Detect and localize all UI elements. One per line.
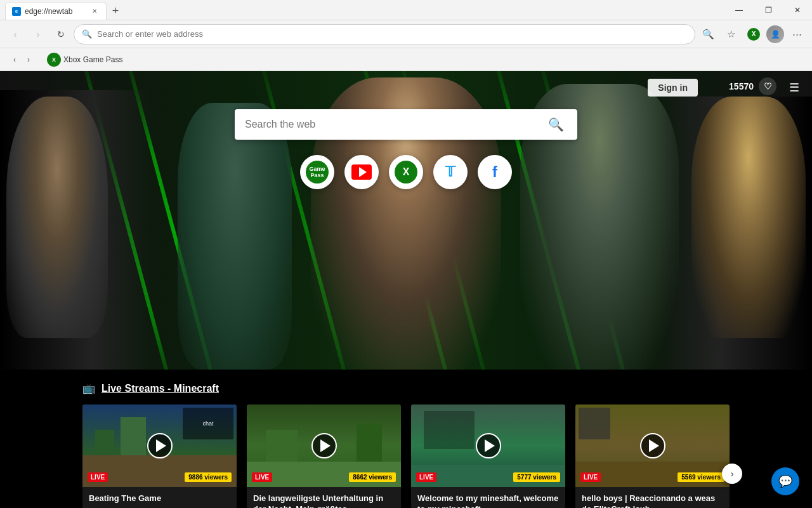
stream-info-3: hello boys | Reaccionando a weas de Elit…: [575, 487, 730, 508]
section-header: 📺 Live Streams - Minecraft: [82, 382, 730, 394]
stream-thumb-1: LIVE 8662 viewers: [247, 404, 401, 487]
quick-link-youtube[interactable]: [344, 155, 379, 189]
play-icon-2: [485, 439, 495, 452]
streams-next-button[interactable]: ›: [722, 464, 742, 484]
minimize-button[interactable]: —: [724, 0, 754, 20]
quick-link-facebook[interactable]: f: [478, 155, 512, 189]
play-button-2[interactable]: [476, 433, 501, 458]
favorites-bar: ‹ › X Xbox Game Pass: [0, 48, 812, 71]
quick-link-xbox[interactable]: X: [389, 155, 423, 189]
search-container: 🔍: [235, 109, 577, 140]
search-button[interactable]: 🔍: [544, 113, 567, 136]
gamepass-favicon: X: [47, 53, 61, 67]
chat-bubble-button[interactable]: 💬: [771, 467, 799, 495]
live-badge-1: LIVE: [252, 472, 272, 482]
stream-thumb-3: LIVE 5569 viewers: [575, 404, 730, 487]
favorites-prev-btn[interactable]: ‹: [8, 53, 22, 67]
stream-card-1[interactable]: LIVE 8662 viewers Die langweiligste Unte…: [247, 404, 401, 508]
tab-favicon: e: [12, 7, 21, 16]
quick-links: Game Pass X 𝕋 f: [300, 155, 512, 189]
tab-area: e edge://newtab ✕ +: [5, 0, 724, 20]
streams-grid: chat LIVE 9886 viewers Beating The Game …: [82, 404, 730, 508]
stream-title-1: Die langweiligste Unterhaltung in der Na…: [253, 493, 395, 508]
xbox-logo: X: [747, 28, 760, 41]
play-button-3[interactable]: [640, 433, 665, 458]
facebook-icon: f: [492, 163, 497, 181]
points-bar: 15570 ♡: [729, 77, 776, 95]
stream-title-2: Welcome to my mineshaft, welcome to my m…: [417, 493, 559, 508]
stream-card-3[interactable]: LIVE 5569 viewers hello boys | Reacciona…: [575, 404, 730, 508]
viewers-badge-3: 5569 viewers: [678, 472, 724, 482]
navigation-bar: ‹ › ↻ 🔍 🔍 ☆ X 👤 ⋯: [0, 20, 812, 48]
twitter-icon: 𝕋: [445, 164, 455, 180]
address-bar[interactable]: 🔍: [74, 24, 695, 44]
new-tab-button[interactable]: +: [107, 2, 124, 20]
window-controls: — ❐ ✕: [724, 0, 812, 20]
stream-card-2[interactable]: LIVE 5777 viewers Welcome to my mineshaf…: [411, 404, 565, 508]
refresh-button[interactable]: ↻: [51, 24, 71, 44]
youtube-play-icon: [359, 167, 367, 177]
live-badge-3: LIVE: [580, 472, 601, 482]
live-badge-0: LIVE: [88, 472, 108, 482]
favorites-gamepass-item[interactable]: X Xbox Game Pass: [41, 51, 129, 69]
search-address-icon: 🔍: [82, 29, 92, 39]
title-bar: e edge://newtab ✕ + — ❐ ✕: [0, 0, 812, 20]
tab-close-btn[interactable]: ✕: [89, 6, 100, 17]
points-value: 15570: [729, 81, 754, 91]
stream-info-0: Beating The Game S Sapnap Twitch: [82, 487, 237, 508]
back-button[interactable]: ‹: [5, 24, 25, 44]
hero-menu-button[interactable]: ☰: [784, 77, 804, 98]
stream-title-3: hello boys | Reaccionando a weas de Elit…: [582, 493, 723, 508]
hero-overlay: 🔍 Game Pass X 𝕋: [0, 71, 812, 370]
xgp-icon: Game Pass: [306, 161, 329, 184]
viewers-badge-1: 8662 viewers: [349, 472, 396, 482]
favorites-arrows: ‹ ›: [8, 53, 36, 67]
streams-section-icon: 📺: [82, 382, 95, 394]
xbox-nav-button[interactable]: X: [743, 24, 764, 44]
chat-bubble-icon: 💬: [778, 474, 792, 488]
stream-thumb-2: LIVE 5777 viewers: [411, 404, 565, 487]
gamepass-label: Xbox Game Pass: [63, 55, 122, 64]
live-badge-2: LIVE: [416, 472, 436, 482]
close-button[interactable]: ✕: [783, 0, 812, 20]
address-input[interactable]: [97, 29, 687, 39]
favorites-button[interactable]: ☆: [721, 24, 741, 44]
tab-title: edge://newtab: [25, 7, 86, 16]
play-icon-1: [320, 439, 331, 452]
play-icon-0: [156, 439, 166, 452]
sign-in-button[interactable]: Sign in: [648, 79, 698, 97]
zoom-button[interactable]: 🔍: [698, 24, 718, 44]
xbox-icon: X: [395, 161, 417, 184]
favorites-next-btn[interactable]: ›: [22, 53, 36, 67]
stream-info-2: Welcome to my mineshaft, welcome to my m…: [411, 487, 565, 508]
hero-section: Sign in 15570 ♡ ☰ 🔍 Game Pass: [0, 71, 812, 370]
forward-button[interactable]: ›: [28, 24, 48, 44]
avatar: 👤: [766, 25, 784, 43]
stream-title-0: Beating The Game: [89, 493, 230, 508]
page-content: Sign in 15570 ♡ ☰ 🔍 Game Pass: [0, 71, 812, 508]
quick-link-twitter[interactable]: 𝕋: [433, 155, 468, 189]
stream-info-1: Die langweiligste Unterhaltung in der Na…: [247, 487, 401, 508]
viewers-badge-0: 9886 viewers: [185, 472, 232, 482]
search-bar: 🔍: [235, 109, 577, 140]
streams-section: 📺 Live Streams - Minecraft chat: [0, 370, 812, 508]
play-icon-3: [649, 439, 659, 452]
browser-tab[interactable]: e edge://newtab ✕: [5, 2, 107, 20]
stream-card-0[interactable]: chat LIVE 9886 viewers Beating The Game …: [82, 404, 237, 508]
maximize-button[interactable]: ❐: [754, 0, 783, 20]
more-button[interactable]: ⋯: [787, 24, 807, 44]
streams-section-title[interactable]: Live Streams - Minecraft: [102, 383, 219, 394]
nav-right-buttons: 🔍 ☆ X 👤 ⋯: [698, 24, 807, 44]
stream-thumb-0: chat LIVE 9886 viewers: [82, 404, 237, 487]
profile-button[interactable]: 👤: [766, 25, 784, 43]
play-button-1[interactable]: [311, 433, 337, 458]
points-heart-icon[interactable]: ♡: [759, 77, 776, 95]
search-input[interactable]: [245, 119, 539, 130]
viewers-badge-2: 5777 viewers: [513, 472, 560, 482]
play-button-0[interactable]: [147, 433, 173, 458]
quick-link-xgp[interactable]: Game Pass: [300, 155, 334, 189]
youtube-icon: [351, 164, 372, 180]
